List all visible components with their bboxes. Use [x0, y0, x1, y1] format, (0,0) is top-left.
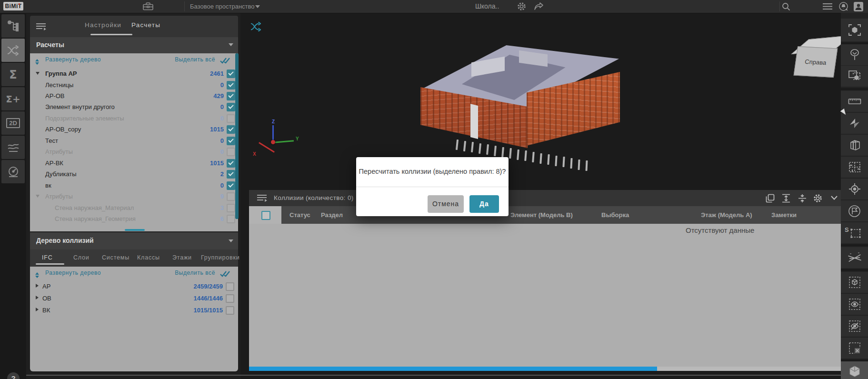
measure-ruler-button[interactable]: [841, 91, 868, 112]
copy-table-icon[interactable]: [766, 194, 775, 203]
tree-row[interactable]: Атрибуты0: [30, 146, 238, 157]
expand-tree-link[interactable]: Развернуть дерево: [45, 56, 101, 63]
select-all-link[interactable]: Выделить всё: [175, 56, 215, 63]
collision-pairs-button[interactable]: [841, 247, 868, 268]
select-all-checkbox[interactable]: [261, 211, 270, 220]
row-checkbox[interactable]: [227, 70, 235, 78]
tab-systems[interactable]: Системы: [102, 254, 130, 261]
dashboard-button[interactable]: [1, 160, 25, 183]
clear-selection-button[interactable]: [841, 338, 868, 359]
row-checkbox[interactable]: [227, 170, 235, 179]
expand-tree-link[interactable]: Развернуть дерево: [45, 269, 101, 276]
help-button[interactable]: ?: [7, 372, 20, 379]
tree-row[interactable]: АР2459/2459: [30, 281, 238, 292]
locate-point-button[interactable]: [841, 179, 868, 199]
column-notes[interactable]: Заметки: [771, 211, 797, 219]
double-check-icon[interactable]: [220, 57, 232, 64]
share-icon[interactable]: [534, 2, 544, 10]
collision-rules-icon[interactable]: [250, 21, 262, 32]
table-settings-icon[interactable]: [813, 194, 822, 203]
visibility-tree-button[interactable]: [841, 44, 868, 65]
tab-groups[interactable]: Группировки: [201, 254, 239, 261]
row-checkbox[interactable]: [227, 114, 235, 123]
tree-row[interactable]: Элемент внутри другого0: [30, 101, 238, 112]
navigation-cube[interactable]: Справа: [792, 34, 844, 80]
row-checkbox[interactable]: [226, 294, 234, 303]
settings-gear-icon[interactable]: [517, 2, 526, 11]
fit-rows-height-icon[interactable]: [782, 194, 790, 203]
tree-row[interactable]: Дубликаты2: [30, 169, 238, 180]
expand-collapse-icon[interactable]: [35, 270, 39, 280]
scrollbar-thumb[interactable]: [249, 367, 657, 371]
calculations-section-header[interactable]: Расчеты: [30, 37, 238, 53]
isolate-selection-button[interactable]: [841, 66, 868, 87]
column-element-b[interactable]: Элемент (Модель B): [510, 211, 573, 219]
select-all-link[interactable]: Выделить всё: [175, 269, 215, 276]
collapse-panel-icon[interactable]: [831, 196, 838, 200]
row-checkbox[interactable]: [227, 137, 235, 145]
axis-gizmo[interactable]: Z Y X: [250, 106, 302, 158]
column-status[interactable]: Статус: [289, 211, 310, 219]
tree-row[interactable]: ОВ1446/1446: [30, 293, 238, 304]
workspace-selector[interactable]: Базовое пространство: [190, 0, 255, 13]
tab-ifc[interactable]: IFC: [42, 254, 53, 261]
column-section[interactable]: Раздел: [321, 211, 343, 219]
expand-arrow[interactable]: [36, 308, 40, 311]
hide-box-button[interactable]: [841, 272, 868, 293]
row-checkbox[interactable]: [227, 204, 235, 212]
row-checkbox[interactable]: [227, 181, 235, 190]
tree-row[interactable]: АР-ОВ_copy1015: [30, 124, 238, 135]
floor-plan-button[interactable]: [841, 157, 868, 178]
tree-row[interactable]: АР-ОВ429: [30, 90, 238, 101]
hide-elements-button[interactable]: [841, 316, 868, 337]
selection-set-button[interactable]: S: [841, 222, 868, 243]
row-checkbox[interactable]: [227, 92, 235, 100]
tree-row[interactable]: вк0: [30, 180, 238, 191]
toolbox-icon[interactable]: [143, 2, 153, 10]
collision-rules-button[interactable]: [1, 39, 25, 62]
search-icon[interactable]: [782, 2, 790, 11]
row-checkbox[interactable]: [227, 159, 235, 168]
calculations-add-button[interactable]: Σ+: [1, 87, 25, 110]
bimit-logo[interactable]: BiMiT: [3, 2, 23, 10]
tree-scrollbar[interactable]: [235, 53, 239, 219]
chevron-down-icon[interactable]: [255, 5, 260, 10]
expand-arrow[interactable]: [36, 296, 40, 299]
flag-note-button[interactable]: [841, 200, 868, 221]
row-checkbox[interactable]: [227, 125, 235, 134]
account-icon[interactable]: [854, 2, 863, 11]
expand-arrow[interactable]: [36, 72, 40, 77]
panel-menu-icon[interactable]: [36, 23, 47, 30]
solid-view-button[interactable]: [841, 361, 868, 379]
tab-calculations[interactable]: Расчеты: [131, 21, 160, 29]
tree-row[interactable]: Стена наружная_Материал3: [30, 202, 238, 213]
row-checkbox[interactable]: [226, 306, 234, 315]
tab-settings[interactable]: Настройки: [85, 21, 121, 29]
fit-view-button[interactable]: [841, 19, 868, 41]
tree-row[interactable]: Атрибуты9: [30, 191, 238, 202]
column-floor-a[interactable]: Этаж (Модель A): [701, 211, 752, 219]
confirm-button[interactable]: Да: [469, 195, 499, 213]
collision-tree-section-header[interactable]: Дерево коллизий: [30, 232, 238, 249]
row-checkbox[interactable]: [227, 148, 235, 156]
calculations-button[interactable]: Σ: [1, 63, 25, 86]
horizontal-scrollbar[interactable]: [249, 367, 841, 371]
sheets-2d-button[interactable]: 2D: [1, 111, 25, 135]
tree-row[interactable]: ВК1015/1015: [30, 305, 238, 316]
row-checkbox[interactable]: [227, 81, 235, 90]
expand-arrow[interactable]: [36, 195, 40, 199]
tree-row[interactable]: Лестницы0: [30, 80, 238, 90]
tree-row[interactable]: АР-ВК1015: [30, 158, 238, 169]
tab-classes[interactable]: Классы: [137, 254, 160, 261]
tree-row[interactable]: Подозрительные элементы0: [30, 113, 238, 124]
double-check-icon[interactable]: [220, 270, 232, 277]
column-selection[interactable]: Выборка: [601, 211, 629, 219]
charts-button[interactable]: [1, 136, 25, 159]
row-checkbox[interactable]: [227, 103, 235, 111]
nav-cube-front-face[interactable]: Справа: [794, 46, 838, 78]
section-box-button[interactable]: [841, 135, 868, 156]
row-checkbox[interactable]: [226, 282, 234, 291]
collapse-rows-icon[interactable]: [798, 194, 807, 203]
tab-floors[interactable]: Этажи: [172, 254, 192, 261]
panel-menu-icon[interactable]: [257, 194, 268, 202]
